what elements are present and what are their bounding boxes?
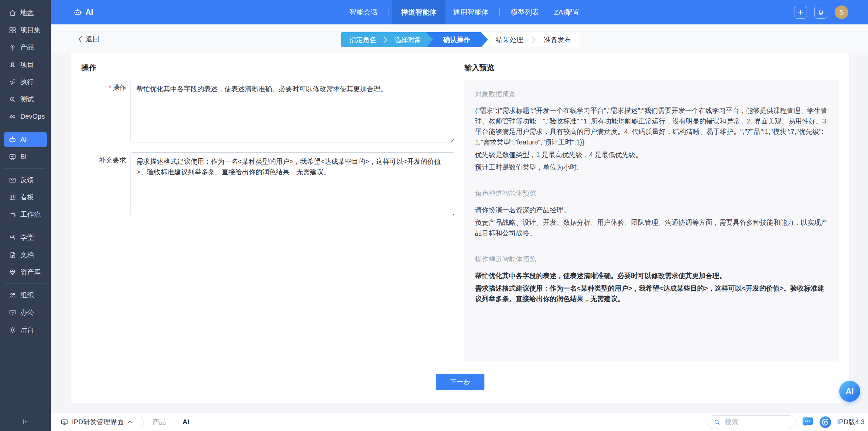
sidebar-item-kanban[interactable]: 看板	[4, 190, 47, 205]
workspace-switcher[interactable]: IPD研发管理界面	[60, 417, 133, 427]
breadcrumb-product[interactable]: 产品	[152, 417, 166, 427]
search-icon	[713, 418, 721, 426]
sidebar-item-school[interactable]: 学堂	[4, 230, 47, 245]
step-result-handling[interactable]: 结果处理	[496, 35, 523, 44]
sidebar-item-execution[interactable]: 执行	[4, 74, 47, 90]
footer-right: IPD版4.3	[707, 415, 868, 429]
preview-section-operation-agent: 操作禅道智能体预览 帮忙优化其中各字段的表述，使表述清晰准确。必要时可以修改需求…	[475, 255, 828, 304]
search-input[interactable]	[724, 418, 790, 426]
app-logo-text: AI	[85, 8, 93, 17]
sidebar-item-admin[interactable]: 后台	[4, 322, 47, 337]
footer-left: IPD研发管理界面 产品 AI	[51, 415, 189, 429]
user-avatar[interactable]: S	[835, 5, 848, 19]
app-logo: AI	[73, 0, 93, 24]
operation-field-label: *操作	[81, 80, 131, 142]
sidebar-item-test[interactable]: 测试	[4, 92, 47, 107]
search-box[interactable]	[707, 415, 796, 429]
step-chevron-icon	[531, 36, 536, 44]
next-step-button[interactable]: 下一步	[436, 374, 484, 390]
breadcrumb-current[interactable]: AI	[182, 418, 189, 426]
content-card: 操作 *操作 帮忙优化其中各字段的表述，使表述清晰准确。必要时可以修改需求使其更…	[71, 53, 849, 404]
caret-up-icon	[127, 420, 133, 424]
preview-paragraph: 需求描述格式建议使用：作为一名<某种类型的用户>，我希望<达成某些目的>，这样可…	[475, 283, 828, 304]
add-button[interactable]	[794, 6, 807, 19]
sidebar-item-office[interactable]: OA 办公	[4, 305, 47, 320]
preview-box: 对象数据预览 {"需求":{"需求标题":"开发一个在线学习平台","需求描述"…	[465, 80, 839, 360]
sidebar-item-workflow[interactable]: 工作流	[4, 207, 47, 222]
preview-section-title: 操作禅道智能体预览	[475, 255, 828, 264]
extra-requirements-field-label: 补充要求	[81, 152, 131, 216]
breadcrumb-divider	[174, 418, 174, 426]
step-assign-role[interactable]: 指定角色	[349, 35, 376, 44]
sidebar-item-feedback[interactable]: 反馈	[4, 172, 47, 188]
step-select-object[interactable]: 选择对象	[394, 35, 421, 44]
step-ready-publish[interactable]: 准备发布	[544, 35, 571, 44]
sidebar-item-home[interactable]: 地盘	[4, 5, 47, 20]
sidebar-item-bi[interactable]: BI	[4, 149, 47, 164]
execution-runner-icon	[8, 78, 17, 86]
tab-separator	[499, 8, 500, 16]
kanban-icon	[8, 193, 17, 201]
form-title: 操作	[81, 63, 454, 73]
workflow-icon	[8, 211, 17, 219]
bi-chart-icon	[8, 153, 17, 161]
step-chevron-icon	[383, 36, 388, 44]
bell-icon	[817, 8, 825, 16]
school-icon	[8, 234, 17, 242]
zentao-logo-icon	[819, 416, 831, 428]
ai-robot-logo-icon	[73, 8, 82, 17]
tab-zai-config[interactable]: ZAI配置	[547, 0, 587, 24]
sidebar-item-devops[interactable]: DevOps	[4, 109, 47, 124]
preview-paragraph: 请你扮演一名资深的产品经理。	[475, 205, 828, 215]
sidebar-divider	[5, 226, 46, 226]
tab-smart-chat[interactable]: 智能会话	[342, 0, 385, 24]
sidebar-divider	[5, 168, 46, 169]
organization-people-icon	[8, 291, 17, 299]
sidebar-item-assets[interactable]: 资产库	[4, 265, 47, 280]
preview-paragraph: 负责产品战略、设计、开发、数据分析、用户体验、团队管理、沟通协调等方面，需要具备…	[475, 217, 828, 238]
ai-assistant-fab[interactable]: AI	[839, 381, 860, 402]
extra-requirements-textarea[interactable]: 需求描述格式建议使用：作为一名<某种类型的用户>，我希望<达成某些目的>，这样可…	[131, 152, 454, 216]
preview-paragraph: 帮忙优化其中各字段的表述，使表述清晰准确。必要时可以修改需求使其更加合理。	[475, 271, 828, 281]
office-oa-icon: OA	[8, 309, 17, 317]
asset-gem-icon	[8, 268, 17, 276]
preview-section-object-data: 对象数据预览 {"需求":{"需求标题":"开发一个在线学习平台","需求描述"…	[475, 90, 828, 173]
sidebar-item-org[interactable]: 组织	[4, 288, 47, 303]
preview-paragraph: 优先级是数值类型，1 是最高优先级，4 是最低优先级。	[475, 150, 828, 160]
step-confirm-operation[interactable]: 确认操作	[426, 32, 488, 47]
preview-title: 输入预览	[465, 63, 839, 73]
form-row-operation: *操作 帮忙优化其中各字段的表述，使表述清晰准确。必要时可以修改需求使其更加合理…	[81, 80, 454, 142]
header-tabs: 智能会话 禅道智能体 通用智能体 模型列表 ZAI配置	[342, 0, 587, 24]
sidebar-item-ai[interactable]: AI	[4, 132, 47, 147]
steps-pending-segment: 结果处理 准备发布	[481, 32, 580, 47]
svg-text:OA: OA	[11, 311, 15, 313]
tab-zentao-agents[interactable]: 禅道智能体	[392, 0, 446, 24]
preview-section-title: 对象数据预览	[475, 90, 828, 99]
app-window-icon	[60, 418, 68, 426]
breadcrumb-chevron-icon	[140, 415, 145, 429]
preview-section-title: 角色禅道智能体预览	[475, 189, 828, 198]
tab-model-list[interactable]: 模型列表	[503, 0, 547, 24]
back-button[interactable]: 返回	[78, 35, 99, 44]
sidebar-item-doc[interactable]: 文档	[4, 247, 47, 262]
footer-bar: IPD研发管理界面 产品 AI IPD版4.3	[51, 413, 868, 431]
main-area: 返回 指定角色 选择对象 确认操作 结果处理 准备发布 操作 *操作 帮忙优化其…	[51, 24, 868, 413]
preview-section-role-agent: 角色禅道智能体预览 请你扮演一名资深的产品经理。 负责产品战略、设计、开发、数据…	[475, 189, 828, 238]
feedback-mail-icon	[8, 176, 17, 184]
sidebar-item-project-set[interactable]: 项目集	[4, 22, 47, 38]
ai-robot-icon	[8, 136, 17, 144]
feedback-chat-icon[interactable]	[802, 417, 813, 428]
sidebar-item-project[interactable]: 项目	[4, 57, 47, 72]
steps-done-segment: 指定角色 选择对象	[341, 32, 433, 47]
form-row-extra-requirements: 补充要求 需求描述格式建议使用：作为一名<某种类型的用户>，我希望<达成某些目的…	[81, 152, 454, 216]
project-set-icon	[8, 26, 17, 34]
sidebar-collapse-button[interactable]	[0, 418, 51, 426]
devops-infinity-icon	[8, 113, 17, 121]
workspace-name: IPD研发管理界面	[72, 417, 124, 427]
notifications-button[interactable]	[814, 6, 827, 19]
operation-textarea[interactable]: 帮忙优化其中各字段的表述，使表述清晰准确。必要时可以修改需求使其更加合理。	[131, 80, 454, 142]
tab-separator	[389, 8, 389, 16]
tab-general-agents[interactable]: 通用智能体	[446, 0, 496, 24]
sidebar-item-product[interactable]: 产品	[4, 40, 47, 55]
document-icon	[8, 251, 17, 259]
